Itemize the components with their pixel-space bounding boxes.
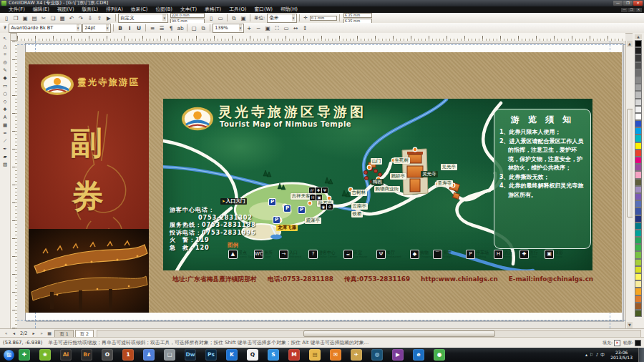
paste-icon[interactable]: ▦ [58, 14, 67, 22]
qq-icon[interactable]: Q [247, 349, 258, 361]
menu-item[interactable]: 文件(F) [9, 6, 25, 13]
folder-icon[interactable]: ▤ [309, 349, 321, 361]
color-swatch[interactable] [635, 120, 642, 127]
menu-item[interactable]: 视图(V) [57, 6, 74, 13]
safety-suite-icon[interactable]: ❀ [39, 349, 51, 361]
doc-restore-button[interactable]: ❐ [628, 8, 635, 12]
color-swatch[interactable] [635, 179, 642, 186]
color-swatch[interactable] [635, 303, 642, 310]
photoshop-icon[interactable]: Ps [205, 349, 217, 361]
menu-item[interactable]: 效果(C) [131, 6, 148, 13]
fill-tool[interactable]: ▰ [1, 153, 9, 161]
tray-icon[interactable]: ▴ [585, 352, 587, 358]
font-combo[interactable]: AvantGarde Bk BT ▾ [9, 24, 82, 33]
color-swatch[interactable] [635, 295, 642, 303]
all-pages-button[interactable]: ⧉ [230, 14, 238, 22]
color-swatch[interactable] [635, 273, 642, 280]
guideline[interactable] [17, 44, 625, 45]
page-width-field[interactable]: 220.0 mm [170, 13, 205, 18]
drawing-canvas[interactable]: 靈光寺旅游區 副 券 [17, 41, 625, 328]
color-swatch[interactable] [635, 84, 642, 91]
color-swatch[interactable] [635, 40, 642, 47]
color-swatch[interactable] [635, 237, 642, 244]
table-tool[interactable]: ▦ [1, 122, 9, 129]
color-swatch[interactable] [635, 251, 642, 258]
facing-pages-view-icon[interactable]: ⧉ [199, 24, 208, 32]
menu-item[interactable]: 窗口(W) [254, 6, 273, 13]
color-swatch[interactable] [635, 280, 642, 288]
last-page-button[interactable]: » [37, 330, 45, 337]
zoom-out-icon[interactable]: − [254, 24, 263, 32]
close-button[interactable]: ✕ [633, 1, 643, 6]
zoom-page-icon[interactable]: ▭ [282, 24, 291, 32]
globe-app-icon[interactable]: ◍ [371, 349, 383, 361]
menu-item[interactable]: 编辑(E) [33, 6, 49, 13]
open-icon[interactable]: ❐ [11, 14, 20, 22]
edit-text-button[interactable]: ab [176, 24, 185, 32]
color-swatch[interactable] [635, 288, 642, 295]
app1-icon[interactable]: 1 [122, 349, 134, 361]
smart-fill-tool[interactable]: ◆ [1, 74, 9, 82]
doc-minimize-button[interactable]: — [621, 8, 628, 12]
color-swatch[interactable] [635, 142, 642, 150]
game-icon[interactable]: ♟ [143, 349, 155, 361]
guideline[interactable] [17, 320, 625, 321]
export-icon[interactable]: ⇧ [95, 14, 104, 22]
menu-item[interactable]: 版面(L) [82, 6, 99, 13]
ie-icon[interactable]: e [413, 349, 424, 361]
color-swatch[interactable] [635, 106, 642, 113]
page-tab[interactable]: 页 2 [75, 330, 94, 338]
zoom-height-icon[interactable]: ↕ [301, 24, 309, 32]
redo-icon[interactable]: ↷ [77, 14, 85, 22]
undo-icon[interactable]: ↶ [67, 14, 76, 22]
antivirus-icon[interactable]: ✚ [19, 349, 30, 361]
horizontal-scrollbar[interactable] [97, 330, 641, 338]
eyedropper-tool[interactable]: ⟋ [1, 137, 9, 145]
zoom-selection-icon[interactable]: ▣ [263, 24, 272, 32]
polygon-tool[interactable]: ◇ [1, 98, 9, 106]
zoom-level-combo[interactable]: 139% ▾ [213, 24, 244, 33]
pick-tool[interactable]: ↖ [1, 35, 9, 43]
paper-preset-combo[interactable]: 自定义 ▾ [118, 14, 168, 23]
prev-page-button[interactable]: ◂ [10, 330, 18, 337]
zoom-all-icon[interactable]: ⛶ [273, 24, 281, 32]
thunder-icon[interactable]: ✈ [351, 349, 362, 361]
scroll-up-icon[interactable]: ▲ [627, 41, 633, 47]
color-swatch[interactable] [635, 164, 642, 171]
color-swatch[interactable] [635, 134, 642, 142]
color-swatch[interactable] [635, 215, 642, 222]
ellipse-tool[interactable]: ○ [1, 90, 9, 98]
window-app-icon[interactable]: ▢ [164, 349, 175, 361]
next-page-button[interactable]: ▸ [29, 330, 37, 337]
color-swatch[interactable] [635, 193, 642, 200]
import-icon[interactable]: ⇩ [86, 14, 94, 22]
color-swatch[interactable] [635, 127, 642, 134]
first-page-button[interactable]: « [2, 330, 10, 337]
blend-tool[interactable]: ≈ [1, 129, 9, 137]
zoom-in-icon[interactable]: + [245, 24, 253, 32]
color-swatch[interactable] [635, 244, 642, 251]
color-swatch[interactable] [635, 266, 642, 273]
color-swatch[interactable] [635, 47, 642, 54]
menu-item[interactable]: 表格(T) [205, 6, 221, 13]
menu-item[interactable]: 帮助(H) [280, 6, 298, 13]
units-combo[interactable]: 毫米 ▾ [267, 14, 297, 23]
app-launcher-icon[interactable]: ▶ [104, 14, 113, 22]
tray-icon[interactable]: 中 [600, 352, 605, 358]
color-swatch[interactable] [635, 62, 642, 69]
music-app-icon[interactable]: K [226, 349, 238, 361]
underline-button[interactable]: U [135, 24, 143, 32]
color-swatch[interactable] [635, 150, 642, 157]
menu-item[interactable]: 排列(A) [106, 6, 123, 13]
start-button[interactable]: ⊞ [4, 350, 14, 361]
dreamweaver-icon[interactable]: Dw [185, 349, 196, 361]
align-button[interactable]: ≡ [148, 24, 157, 32]
shape-tool[interactable]: △ [1, 43, 9, 51]
save-icon[interactable]: ▣ [21, 14, 29, 22]
crop-tool[interactable]: ⌗ [1, 51, 9, 59]
tray-icon[interactable]: ♪ [595, 352, 598, 358]
nudge-field[interactable]: 0.1 mm [310, 16, 337, 21]
color-swatch[interactable] [635, 91, 642, 98]
color-swatch[interactable] [635, 113, 642, 120]
current-page-button[interactable]: ▣ [239, 14, 248, 22]
